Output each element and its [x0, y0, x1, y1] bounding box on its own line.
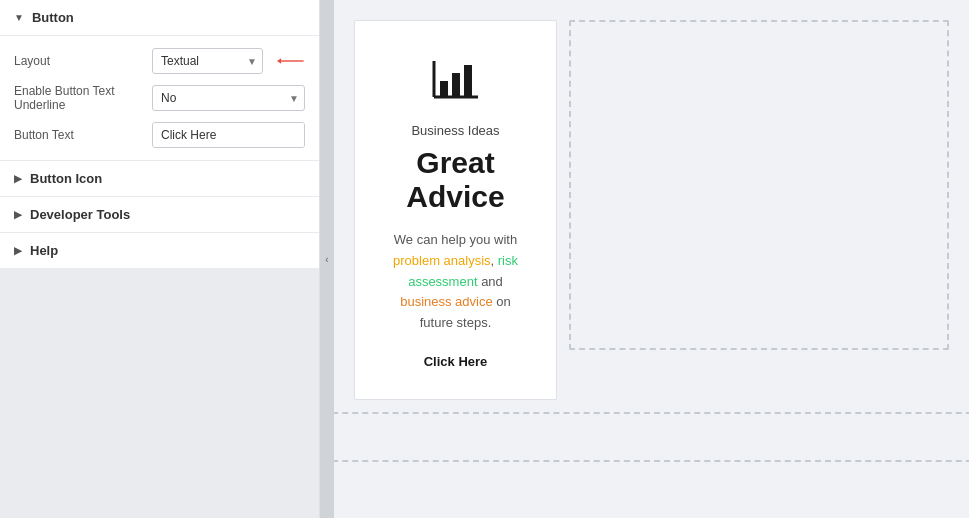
red-arrow-indicator — [277, 54, 305, 68]
card-body-highlight3: business advice — [400, 294, 493, 309]
collapse-arrow-icon: ‹ — [325, 254, 328, 265]
button-icon-chevron: ▶ — [14, 173, 22, 184]
card-body: We can help you with problem analysis, r… — [383, 230, 528, 334]
layout-row: Layout Textual Icon Both ▼ — [14, 48, 305, 74]
help-section[interactable]: ▶ Help — [0, 233, 319, 269]
card-cta-button[interactable]: Click Here — [424, 354, 488, 369]
button-text-label: Button Text — [14, 128, 144, 142]
canvas-row: Business Ideas Great Advice We can help … — [354, 20, 949, 400]
card-subtitle: Business Ideas — [411, 123, 499, 138]
layout-label: Layout — [14, 54, 144, 68]
left-panel: ▼ Button Layout Textual Icon Both ▼ Ena — [0, 0, 320, 518]
underline-select[interactable]: No Yes — [152, 85, 305, 111]
help-chevron: ▶ — [14, 245, 22, 256]
developer-tools-chevron: ▶ — [14, 209, 22, 220]
developer-tools-label: Developer Tools — [30, 207, 130, 222]
panel-collapse-handle[interactable]: ‹ — [320, 0, 334, 518]
card-body-highlight1: problem analysis — [393, 253, 491, 268]
preview-card: Business Ideas Great Advice We can help … — [354, 20, 557, 400]
button-text-input-wrapper: ≡ — [152, 122, 305, 148]
svg-rect-4 — [440, 81, 448, 97]
svg-rect-6 — [464, 65, 472, 97]
svg-marker-1 — [277, 58, 281, 64]
dashed-placeholder-right — [569, 20, 949, 350]
button-section-header[interactable]: ▼ Button — [0, 0, 319, 36]
dashed-placeholder-bottom — [334, 412, 969, 462]
left-panel-gray-area — [0, 269, 319, 518]
layout-select[interactable]: Textual Icon Both — [152, 48, 263, 74]
button-icon-label: Button Icon — [30, 171, 102, 186]
layout-select-wrapper: Textual Icon Both ▼ — [152, 48, 263, 74]
button-section-body: Layout Textual Icon Both ▼ Enable Button… — [0, 36, 319, 161]
card-chart-icon — [430, 57, 482, 109]
button-text-row: Button Text ≡ — [14, 122, 305, 148]
help-label: Help — [30, 243, 58, 258]
underline-label: Enable Button Text Underline — [14, 84, 144, 112]
underline-row: Enable Button Text Underline No Yes ▼ — [14, 84, 305, 112]
button-section-label: Button — [32, 10, 74, 25]
underline-select-wrapper: No Yes ▼ — [152, 85, 305, 111]
svg-rect-5 — [452, 73, 460, 97]
button-section-chevron-down: ▼ — [14, 12, 24, 23]
card-title: Great Advice — [383, 146, 528, 214]
card-body-text1: We can help you with — [394, 232, 517, 247]
main-canvas: Business Ideas Great Advice We can help … — [334, 0, 969, 518]
card-body-text2: , — [491, 253, 498, 268]
developer-tools-section[interactable]: ▶ Developer Tools — [0, 197, 319, 233]
button-text-input[interactable] — [153, 123, 305, 147]
card-body-text3: and — [478, 274, 503, 289]
button-icon-section[interactable]: ▶ Button Icon — [0, 161, 319, 197]
